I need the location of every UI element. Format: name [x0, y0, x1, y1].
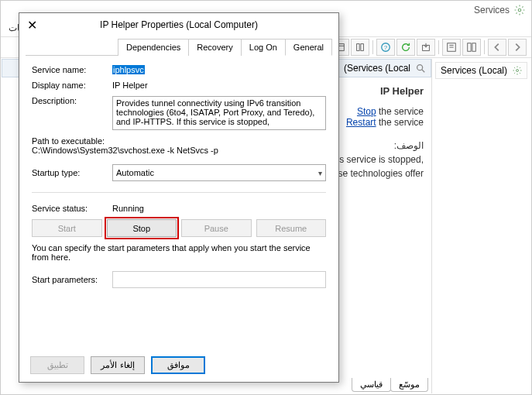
- svg-line-14: [422, 70, 425, 73]
- label-service-name: Service name:: [32, 65, 112, 74]
- toolbar-forward-icon[interactable]: [508, 39, 527, 56]
- start-button: Start: [32, 219, 102, 237]
- svg-rect-4: [361, 44, 364, 51]
- startup-type-value: Automatic: [116, 168, 154, 177]
- toolbar-export-icon[interactable]: [417, 39, 435, 56]
- value-display-name: IP Helper: [112, 81, 326, 90]
- tab-standard[interactable]: قياسي: [352, 378, 391, 392]
- value-service-status: Running: [112, 204, 326, 213]
- tab-extended[interactable]: موسّع: [390, 378, 428, 392]
- svg-point-15: [517, 70, 519, 72]
- svg-point-13: [417, 65, 423, 70]
- label-description: Description:: [32, 96, 112, 105]
- ok-button[interactable]: موافق: [151, 356, 205, 374]
- startup-type-select[interactable]: Automatic ▾: [112, 164, 326, 181]
- search-icon[interactable]: [415, 63, 426, 74]
- svg-rect-3: [357, 44, 360, 51]
- svg-rect-11: [468, 43, 471, 52]
- label-startup-type: Startup type:: [32, 168, 112, 177]
- toolbar-separator-2: [438, 40, 439, 54]
- dialog-tabs: Dependencies Recovery Log On General: [26, 36, 332, 56]
- apply-button: تطبيق: [30, 356, 84, 374]
- gear-icon-small: [513, 66, 522, 75]
- svg-text:?: ?: [384, 44, 388, 51]
- toolbar-details-icon[interactable]: [462, 39, 481, 56]
- label-path: Path to executable:: [32, 136, 326, 146]
- toolbar-back-icon[interactable]: [488, 39, 506, 56]
- tabs-bottom: موسّع قياسي: [352, 378, 428, 392]
- start-params-input: [112, 271, 326, 288]
- value-path: C:\Windows\System32\svchost.exe -k NetSv…: [32, 146, 326, 155]
- toolbar-properties-icon[interactable]: [442, 39, 461, 56]
- dialog-footer: تطبيق إلغاء الأمر موافق: [30, 356, 328, 374]
- app-title: Services: [474, 5, 510, 15]
- label-start-params: Start parameters:: [32, 275, 112, 284]
- stop-link[interactable]: Stop: [357, 106, 376, 117]
- close-icon[interactable]: ✕: [27, 18, 43, 33]
- tree-header-label: Services (Local): [441, 65, 507, 76]
- chevron-down-icon: ▾: [318, 169, 322, 177]
- tab-general[interactable]: General: [285, 39, 332, 56]
- stop-button[interactable]: Stop: [107, 219, 177, 237]
- resume-button: Resume: [256, 219, 327, 237]
- svg-rect-12: [472, 43, 475, 52]
- label-display-name: Display name:: [32, 81, 112, 90]
- svg-point-0: [518, 9, 521, 12]
- cancel-button[interactable]: إلغاء الأمر: [91, 356, 145, 374]
- description-textbox[interactable]: Provides tunnel connectivity using IPv6 …: [112, 96, 326, 130]
- toolbar-help-icon[interactable]: ?: [376, 39, 395, 56]
- control-buttons: Start Stop Pause Resume: [32, 219, 326, 237]
- tree-header[interactable]: Services (Local): [435, 62, 527, 79]
- right-pane: Services (Local): [432, 59, 530, 393]
- list-header-label: (Services (Local: [344, 63, 410, 74]
- tab-recovery[interactable]: Recovery: [188, 39, 241, 56]
- tab-dependencies[interactable]: Dependencies: [118, 39, 189, 56]
- dialog-titlebar: ✕ IP Helper Properties (Local Computer): [19, 13, 338, 36]
- restart-link[interactable]: Restart: [346, 117, 376, 128]
- toolbar-refresh-icon[interactable]: [396, 39, 415, 56]
- dialog-body: Service name: iphlpsvc Display name: IP …: [19, 56, 338, 301]
- toolbar-separator: [372, 40, 373, 54]
- properties-dialog: ✕ IP Helper Properties (Local Computer) …: [19, 12, 339, 383]
- dialog-title: IP Helper Properties (Local Computer): [43, 19, 331, 30]
- help-text: You can specify the start parameters tha…: [32, 243, 326, 262]
- divider: [32, 192, 326, 193]
- pause-button: Pause: [181, 219, 252, 237]
- value-service-name: iphlpsvc: [112, 65, 326, 74]
- path-block: Path to executable: C:\Windows\System32\…: [32, 136, 326, 155]
- toolbar-separator-3: [484, 40, 485, 54]
- label-service-status: Service status:: [32, 204, 112, 213]
- toolbar-btn-2[interactable]: [351, 39, 369, 56]
- gear-icon: [514, 5, 525, 15]
- tab-logon[interactable]: Log On: [241, 39, 286, 56]
